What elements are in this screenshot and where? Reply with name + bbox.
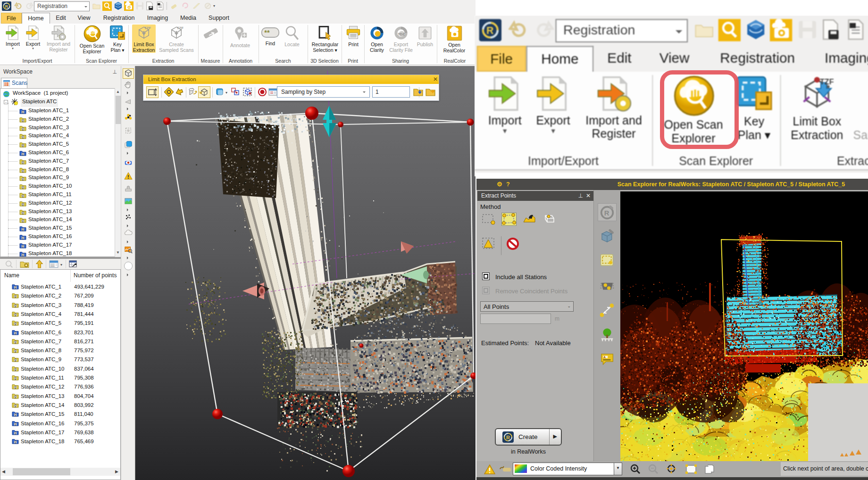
svg-text:TZF: TZF — [177, 26, 184, 30]
svg-text:TDZ: TDZ — [398, 32, 405, 36]
svg-text:R: R — [5, 4, 8, 9]
svg-text:R: R — [604, 209, 609, 217]
svg-text:TZF: TZF — [820, 77, 834, 86]
svg-text:**: ** — [264, 29, 270, 36]
svg-text:R: R — [506, 435, 510, 440]
svg-text:A: A — [603, 356, 606, 359]
svg-text:TZF: TZF — [144, 26, 151, 30]
svg-text:R: R — [486, 25, 494, 36]
